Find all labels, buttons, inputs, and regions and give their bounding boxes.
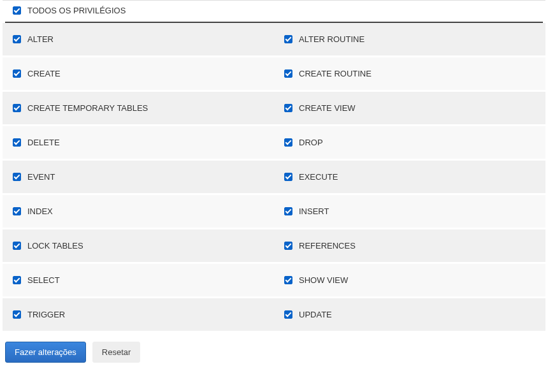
privilege-label[interactable]: ALTER ROUTINE	[299, 34, 364, 44]
all-privileges-checkbox[interactable]	[13, 6, 21, 15]
privilege-cell: INDEX	[3, 195, 274, 228]
privilege-cell: CREATE	[3, 57, 274, 90]
privilege-cell: CREATE ROUTINE	[274, 57, 545, 90]
privilege-checkbox[interactable]	[284, 104, 292, 112]
privilege-row: EVENTEXECUTE	[3, 161, 545, 195]
privilege-row: TRIGGERUPDATE	[3, 298, 545, 333]
privilege-label[interactable]: CREATE ROUTINE	[299, 69, 371, 78]
privilege-label[interactable]: EVENT	[27, 172, 55, 182]
privilege-cell: TRIGGER	[3, 298, 274, 331]
privilege-cell: REFERENCES	[274, 229, 545, 262]
privilege-row: LOCK TABLESREFERENCES	[3, 229, 545, 264]
privilege-row: CREATECREATE ROUTINE	[3, 57, 545, 92]
privilege-label[interactable]: CREATE	[27, 69, 61, 78]
privilege-checkbox[interactable]	[13, 173, 21, 181]
privilege-label[interactable]: DROP	[299, 138, 323, 147]
privilege-checkbox[interactable]	[13, 310, 21, 319]
privilege-row: CREATE TEMPORARY TABLESCREATE VIEW	[3, 92, 545, 126]
privilege-checkbox[interactable]	[13, 242, 21, 250]
privilege-checkbox[interactable]	[13, 104, 21, 112]
privilege-label[interactable]: REFERENCES	[299, 241, 356, 250]
privilege-checkbox[interactable]	[284, 276, 292, 284]
privilege-checkbox[interactable]	[13, 207, 21, 215]
privilege-row: DELETEDROP	[3, 126, 545, 161]
privilege-cell: DELETE	[3, 126, 274, 159]
privilege-row: ALTERALTER ROUTINE	[3, 23, 545, 57]
privilege-label[interactable]: SELECT	[27, 275, 60, 285]
privilege-row: INDEXINSERT	[3, 195, 545, 229]
privilege-label[interactable]: EXECUTE	[299, 172, 338, 182]
privilege-checkbox[interactable]	[284, 242, 292, 250]
privilege-checkbox[interactable]	[284, 173, 292, 181]
privilege-label[interactable]: LOCK TABLES	[27, 241, 83, 250]
all-privileges-row: TODOS OS PRIVILÉGIOS	[3, 0, 545, 20]
actions-bar: Fazer alterações Resetar	[3, 333, 545, 373]
submit-button[interactable]: Fazer alterações	[5, 342, 86, 363]
privilege-label[interactable]: CREATE TEMPORARY TABLES	[27, 103, 148, 113]
privilege-label[interactable]: DELETE	[27, 138, 60, 147]
privilege-label[interactable]: INSERT	[299, 207, 329, 216]
privilege-cell: INSERT	[274, 195, 545, 228]
privileges-grid: ALTERALTER ROUTINECREATECREATE ROUTINECR…	[3, 23, 545, 333]
privilege-checkbox[interactable]	[13, 35, 21, 43]
privilege-cell: LOCK TABLES	[3, 229, 274, 262]
privilege-label[interactable]: ALTER	[27, 34, 54, 44]
all-privileges-label[interactable]: TODOS OS PRIVILÉGIOS	[27, 6, 126, 15]
privilege-cell: EVENT	[3, 161, 274, 193]
privilege-cell: DROP	[274, 126, 545, 159]
privilege-label[interactable]: SHOW VIEW	[299, 275, 348, 285]
reset-button[interactable]: Resetar	[92, 342, 141, 363]
privilege-checkbox[interactable]	[13, 138, 21, 147]
privilege-cell: EXECUTE	[274, 161, 545, 193]
privilege-row: SELECTSHOW VIEW	[3, 264, 545, 298]
privilege-checkbox[interactable]	[284, 310, 292, 319]
privilege-label[interactable]: CREATE VIEW	[299, 103, 356, 113]
privilege-cell: CREATE TEMPORARY TABLES	[3, 92, 274, 124]
privilege-cell: SELECT	[3, 264, 274, 296]
privilege-cell: SHOW VIEW	[274, 264, 545, 296]
privilege-cell: UPDATE	[274, 298, 545, 331]
privilege-checkbox[interactable]	[284, 69, 292, 78]
privilege-label[interactable]: INDEX	[27, 207, 53, 216]
privilege-cell: CREATE VIEW	[274, 92, 545, 124]
privilege-checkbox[interactable]	[13, 69, 21, 78]
privilege-label[interactable]: TRIGGER	[27, 310, 65, 319]
privilege-checkbox[interactable]	[284, 35, 292, 43]
privilege-cell: ALTER	[3, 23, 274, 55]
privilege-checkbox[interactable]	[13, 276, 21, 284]
privilege-checkbox[interactable]	[284, 207, 292, 215]
privilege-label[interactable]: UPDATE	[299, 310, 332, 319]
privilege-checkbox[interactable]	[284, 138, 292, 147]
privilege-cell: ALTER ROUTINE	[274, 23, 545, 55]
